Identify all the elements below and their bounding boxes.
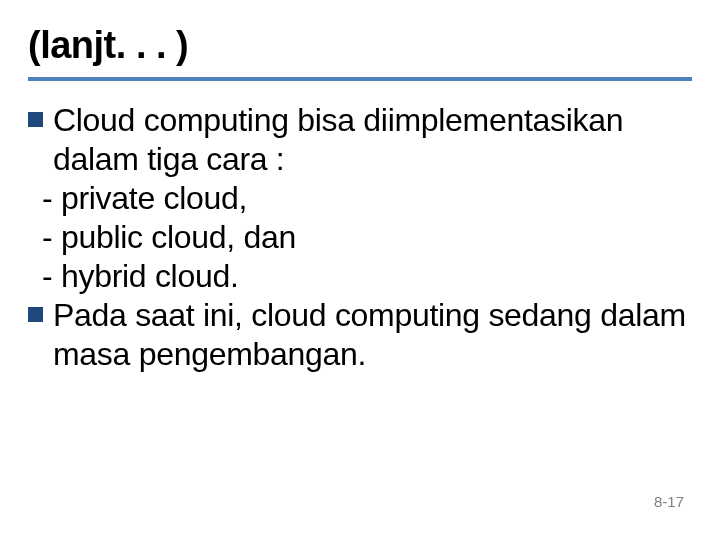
sub-item: - hybrid cloud. xyxy=(28,257,692,296)
page-number: 8-17 xyxy=(654,493,684,510)
slide-title: (lanjt. . . ) xyxy=(28,24,692,67)
bullet-item: Cloud computing bisa diimplementasikan d… xyxy=(28,101,692,179)
bullet-item: Pada saat ini, cloud computing sedang da… xyxy=(28,296,692,374)
square-bullet-icon xyxy=(28,112,43,127)
bullet-text: Cloud computing bisa diimplementasikan d… xyxy=(53,101,692,179)
content-body: Cloud computing bisa diimplementasikan d… xyxy=(28,101,692,374)
slide: (lanjt. . . ) Cloud computing bisa diimp… xyxy=(0,0,720,374)
bullet-text: Pada saat ini, cloud computing sedang da… xyxy=(53,296,692,374)
square-bullet-icon xyxy=(28,307,43,322)
sub-item: - private cloud, xyxy=(28,179,692,218)
sub-item: - public cloud, dan xyxy=(28,218,692,257)
title-rule xyxy=(28,77,692,81)
